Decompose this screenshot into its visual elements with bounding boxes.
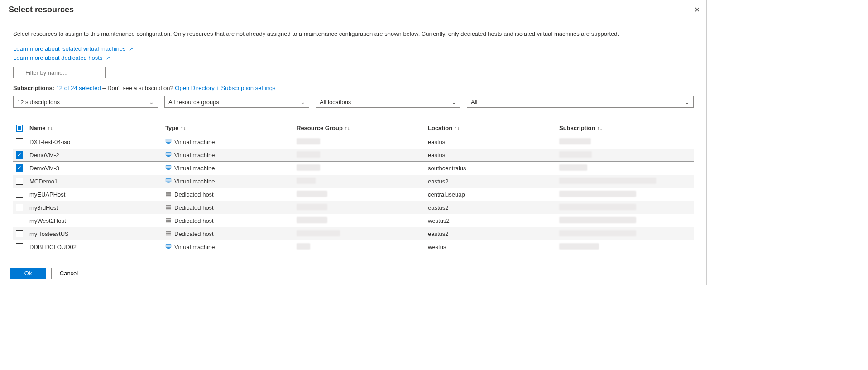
link-dedicated-hosts[interactable]: Learn more about dedicated hosts ↗ xyxy=(13,54,110,61)
cell-location: eastus xyxy=(425,149,556,162)
redacted-value xyxy=(559,191,636,197)
row-checkbox[interactable] xyxy=(16,204,23,211)
sort-icon: ↑↓ xyxy=(454,125,460,131)
cell-location: westus xyxy=(425,240,556,254)
panel-content: Select resources to assign to this maint… xyxy=(0,19,706,262)
redacted-value xyxy=(559,243,599,250)
dropdown-types[interactable]: All ⌄ xyxy=(467,96,694,108)
link-isolated-vms[interactable]: Learn more about isolated virtual machin… xyxy=(13,45,133,52)
subscriptions-middle: – Don't see a subscription? xyxy=(102,85,175,91)
row-checkbox[interactable] xyxy=(16,178,23,185)
vm-icon xyxy=(165,164,172,172)
table-row[interactable]: DDBLDCLOUD02Virtual machinewestus xyxy=(13,240,694,254)
table-row[interactable]: myHosteastUSDedicated hosteastus2 xyxy=(13,227,694,240)
row-checkbox[interactable] xyxy=(16,151,23,159)
redacted-value xyxy=(559,217,636,223)
table-row[interactable]: DemoVM-3Virtual machinesouthcentralus xyxy=(13,162,694,175)
dropdown-resource-groups[interactable]: All resource groups ⌄ xyxy=(164,96,309,108)
column-header-subscription[interactable]: Subscription↑↓ xyxy=(556,120,694,135)
column-header-type[interactable]: Type↑↓ xyxy=(163,120,294,135)
cell-type: Dedicated host xyxy=(163,201,294,214)
cell-resource-group xyxy=(294,201,425,214)
column-header-name[interactable]: Name↑↓ xyxy=(27,120,163,135)
close-icon[interactable]: ✕ xyxy=(694,5,700,14)
cell-subscription xyxy=(556,149,694,162)
redacted-value xyxy=(297,230,340,236)
redacted-value xyxy=(297,191,327,197)
dedicated-host-icon xyxy=(165,191,172,198)
dedicated-host-icon xyxy=(165,217,172,225)
dropdown-label: All xyxy=(471,99,477,106)
cell-resource-group xyxy=(294,214,425,227)
open-directory-link[interactable]: Open Directory + Subscription settings xyxy=(175,85,275,91)
select-all-checkbox[interactable] xyxy=(16,125,23,132)
cell-resource-group xyxy=(294,162,425,175)
table-row[interactable]: myEUAPHostDedicated hostcentraluseuap xyxy=(13,188,694,201)
cell-type: Dedicated host xyxy=(163,188,294,201)
cell-subscription xyxy=(556,201,694,214)
column-header-location[interactable]: Location↑↓ xyxy=(425,120,556,135)
row-checkbox[interactable] xyxy=(16,230,23,237)
subscriptions-selected-link[interactable]: 12 of 24 selected xyxy=(56,85,101,91)
vm-icon xyxy=(165,243,172,251)
intro-text: Select resources to assign to this maint… xyxy=(13,30,694,37)
cancel-button[interactable]: Cancel xyxy=(51,268,86,279)
cell-location: eastus xyxy=(425,135,556,149)
vm-icon xyxy=(165,151,172,159)
chevron-down-icon: ⌄ xyxy=(149,99,154,106)
sort-icon: ↑↓ xyxy=(345,125,350,131)
table-row[interactable]: DemoVM-2Virtual machineeastus xyxy=(13,149,694,162)
info-links: Learn more about isolated virtual machin… xyxy=(13,44,694,62)
table-row[interactable]: MCDemo1Virtual machineeastus2 xyxy=(13,175,694,188)
row-checkbox[interactable] xyxy=(16,243,23,250)
cell-resource-group xyxy=(294,188,425,201)
cell-type: Virtual machine xyxy=(163,175,294,188)
select-resources-panel: Select resources ✕ Select resources to a… xyxy=(0,0,707,285)
dropdown-subscriptions[interactable]: 12 subscriptions ⌄ xyxy=(13,96,158,108)
filter-input[interactable] xyxy=(13,67,106,78)
redacted-value xyxy=(297,204,327,210)
subscriptions-line: Subscriptions: 12 of 24 selected – Don't… xyxy=(13,85,694,91)
table-row[interactable]: myWest2HostDedicated hostwestus2 xyxy=(13,214,694,227)
cell-resource-group xyxy=(294,240,425,254)
dropdown-locations[interactable]: All locations ⌄ xyxy=(316,96,460,108)
ok-button[interactable]: Ok xyxy=(10,268,46,279)
column-header-resource-group[interactable]: Resource Group↑↓ xyxy=(294,120,425,135)
cell-name: myWest2Host xyxy=(27,214,163,227)
filter-dropdowns: 12 subscriptions ⌄ All resource groups ⌄… xyxy=(13,96,694,108)
redacted-value xyxy=(297,151,320,158)
cell-location: westus2 xyxy=(425,214,556,227)
cell-location: southcentralus xyxy=(425,162,556,175)
cell-name: myHosteastUS xyxy=(27,227,163,240)
external-link-icon: ↗ xyxy=(106,55,110,61)
cell-resource-group xyxy=(294,227,425,240)
type-label: Virtual machine xyxy=(174,165,215,172)
cell-subscription xyxy=(556,135,694,149)
cell-subscription xyxy=(556,162,694,175)
type-label: Dedicated host xyxy=(174,191,214,198)
dedicated-host-icon xyxy=(165,204,172,211)
cell-resource-group xyxy=(294,149,425,162)
cell-type: Virtual machine xyxy=(163,135,294,149)
dropdown-label: 12 subscriptions xyxy=(17,99,60,106)
row-checkbox[interactable] xyxy=(16,164,23,172)
cell-location: eastus2 xyxy=(425,227,556,240)
cell-name: myEUAPHost xyxy=(27,188,163,201)
type-label: Virtual machine xyxy=(174,244,215,250)
column-label: Location xyxy=(428,125,452,131)
row-checkbox[interactable] xyxy=(16,138,23,145)
sort-icon: ↑↓ xyxy=(180,125,186,131)
filter-input-wrap xyxy=(13,67,106,78)
column-label: Subscription xyxy=(559,125,595,131)
table-row[interactable]: my3rdHostDedicated hosteastus2 xyxy=(13,201,694,214)
row-checkbox[interactable] xyxy=(16,191,23,198)
cell-location: eastus2 xyxy=(425,201,556,214)
cell-subscription xyxy=(556,227,694,240)
redacted-value xyxy=(559,230,636,236)
vm-icon xyxy=(165,178,172,185)
row-checkbox[interactable] xyxy=(16,217,23,224)
cell-type: Dedicated host xyxy=(163,227,294,240)
chevron-down-icon: ⌄ xyxy=(451,99,456,106)
table-row[interactable]: DXT-test-04-isoVirtual machineeastus xyxy=(13,135,694,149)
chevron-down-icon: ⌄ xyxy=(685,99,690,106)
